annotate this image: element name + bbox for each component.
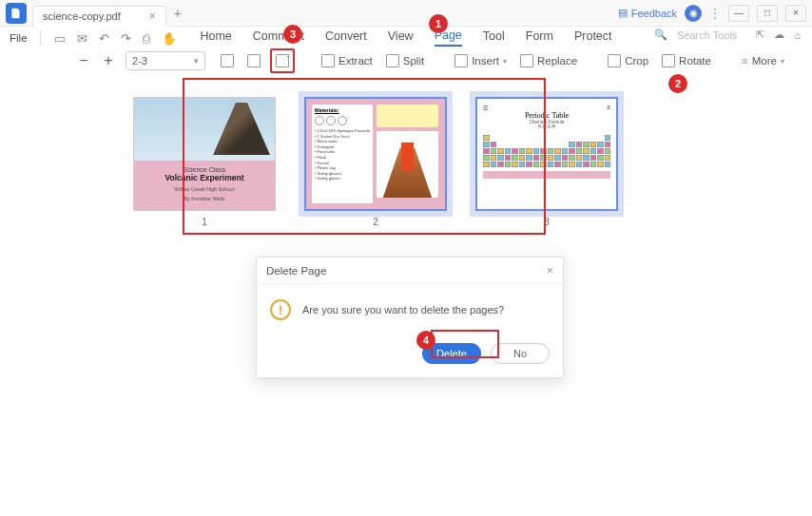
minimize-button[interactable]: — <box>728 5 749 22</box>
close-tab-icon[interactable]: × <box>149 10 156 23</box>
rotate-left-icon[interactable] <box>217 52 238 69</box>
crop-button[interactable]: Crop <box>604 52 652 69</box>
search-area: 🔍 Search Tools ⇱ ☁ ⌂ <box>654 29 801 41</box>
cloud-icon[interactable]: ☁ <box>774 29 784 41</box>
zoom-out-button[interactable]: − <box>76 52 91 69</box>
callout-2: 2 <box>668 74 687 93</box>
dialog-close-button[interactable]: × <box>546 263 553 277</box>
search-icon[interactable]: 🔍 <box>654 29 667 41</box>
tab-title: science-copy.pdf <box>43 10 121 22</box>
insert-button[interactable]: Insert▾ <box>451 52 511 69</box>
rotate-right-icon[interactable] <box>243 52 264 69</box>
callout-4: 4 <box>416 331 435 350</box>
feedback-icon: ▤ <box>618 7 628 19</box>
kebab-menu-icon[interactable]: ⋮ <box>709 7 721 20</box>
titlebar: science-copy.pdf × + ▤ Feedback ◉ ⋮ — □ … <box>0 0 812 27</box>
zoom-in-button[interactable]: + <box>101 52 116 69</box>
document-tab[interactable]: science-copy.pdf × <box>32 6 166 27</box>
extract-button[interactable]: Extract <box>318 52 377 69</box>
maximize-button[interactable]: □ <box>757 5 778 22</box>
tab-convert[interactable]: Convert <box>325 29 367 46</box>
tab-view[interactable]: View <box>388 29 414 46</box>
dialog-title: Delete Page <box>266 265 326 277</box>
callout-1: 1 <box>429 14 448 33</box>
delete-page-button[interactable]: − <box>270 48 295 73</box>
warning-icon: ! <box>270 299 291 320</box>
app-logo <box>6 3 27 24</box>
no-button[interactable]: No <box>491 343 550 364</box>
tab-tool[interactable]: Tool <box>483 29 505 46</box>
page-range-input[interactable]: 2-3 ▾ <box>126 51 205 70</box>
chevron-down-icon: ▾ <box>194 56 199 66</box>
callout-3: 3 <box>283 25 302 44</box>
tab-form[interactable]: Form <box>526 29 553 46</box>
selection-highlight <box>183 78 546 235</box>
tab-protect[interactable]: Protect <box>574 29 612 46</box>
search-placeholder[interactable]: Search Tools <box>677 29 737 41</box>
page-toolbar: − + 2-3 ▾ − Extract Split Insert▾ Replac… <box>0 48 812 74</box>
delete-button-highlight <box>431 330 499 358</box>
more-button[interactable]: ≡More▾ <box>738 53 788 68</box>
dialog-message: Are you sure you want to delete the page… <box>302 304 504 315</box>
delete-page-dialog: Delete Page × ! Are you sure you want to… <box>256 257 564 378</box>
new-tab-button[interactable]: + <box>174 6 182 21</box>
replace-button[interactable]: Replace <box>516 52 581 69</box>
share-icon[interactable]: ⇱ <box>756 29 764 41</box>
feedback-link[interactable]: ▤ Feedback <box>618 7 677 19</box>
rotate-button[interactable]: Rotate <box>658 52 715 69</box>
home-icon[interactable]: ⌂ <box>794 29 801 41</box>
tab-home[interactable]: Home <box>200 29 231 46</box>
close-window-button[interactable]: × <box>785 5 806 22</box>
split-button[interactable]: Split <box>382 52 428 69</box>
user-avatar[interactable]: ◉ <box>685 5 702 22</box>
